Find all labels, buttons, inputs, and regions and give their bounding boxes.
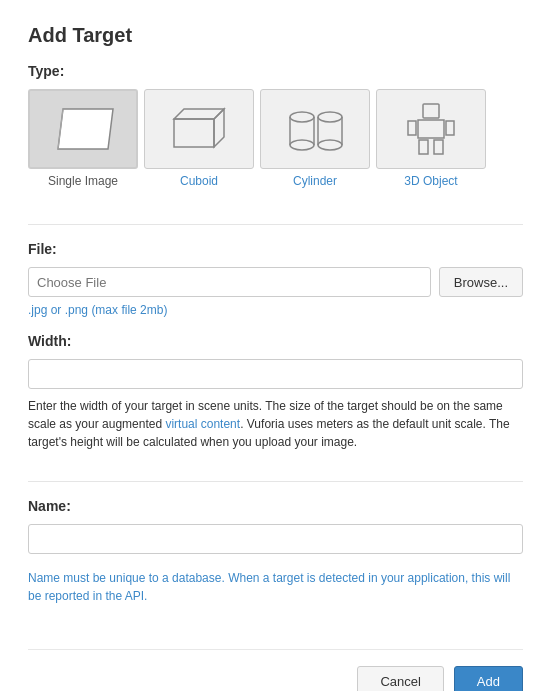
svg-rect-13 xyxy=(423,104,439,118)
svg-rect-16 xyxy=(446,121,454,135)
type-single-image[interactable]: Single Image xyxy=(28,89,138,188)
name-hint: Name must be unique to a database. When … xyxy=(28,569,523,605)
3d-object-label: 3D Object xyxy=(404,174,457,188)
3d-object-icon xyxy=(396,99,466,159)
svg-point-12 xyxy=(318,140,342,150)
svg-marker-0 xyxy=(58,109,113,149)
cuboid-icon-box xyxy=(144,89,254,169)
cylinder-icon xyxy=(280,99,350,159)
name-hint-part3: . xyxy=(144,589,147,603)
dialog-footer: Cancel Add xyxy=(28,649,523,691)
add-button[interactable]: Add xyxy=(454,666,523,691)
name-hint-highlight2: in the API xyxy=(93,589,144,603)
name-input[interactable] xyxy=(28,524,523,554)
cylinder-label: Cylinder xyxy=(293,174,337,188)
type-3d-object[interactable]: 3D Object xyxy=(376,89,486,188)
dialog-title: Add Target xyxy=(28,24,523,47)
divider-2 xyxy=(28,481,523,482)
width-description: Enter the width of your target in scene … xyxy=(28,397,523,451)
cancel-button[interactable]: Cancel xyxy=(357,666,443,691)
single-image-icon-box xyxy=(28,89,138,169)
svg-point-5 xyxy=(290,112,314,122)
svg-point-8 xyxy=(290,140,314,150)
width-input[interactable] xyxy=(28,359,523,389)
svg-rect-17 xyxy=(419,140,428,154)
svg-rect-14 xyxy=(418,120,444,138)
svg-rect-18 xyxy=(434,140,443,154)
name-hint-part1: Name must be unique to a database. When … xyxy=(28,571,368,585)
width-section: Width: Enter the width of your target in… xyxy=(28,333,523,451)
file-label: File: xyxy=(28,241,523,257)
3d-object-icon-box xyxy=(376,89,486,169)
svg-marker-4 xyxy=(214,109,224,147)
cuboid-label: Cuboid xyxy=(180,174,218,188)
single-image-icon xyxy=(48,99,118,159)
single-image-label: Single Image xyxy=(48,174,118,188)
divider-1 xyxy=(28,224,523,225)
browse-button[interactable]: Browse... xyxy=(439,267,523,297)
svg-point-9 xyxy=(318,112,342,122)
name-hint-highlight1: in your application xyxy=(368,571,465,585)
cuboid-icon xyxy=(164,99,234,159)
type-options: Single Image Cuboid xyxy=(28,89,523,188)
svg-rect-15 xyxy=(408,121,416,135)
name-section: Name: Name must be unique to a database.… xyxy=(28,498,523,605)
type-section: Type: Single Image xyxy=(28,63,523,188)
add-target-dialog: Add Target Type: Single Image xyxy=(0,0,551,691)
type-cuboid[interactable]: Cuboid xyxy=(144,89,254,188)
file-section: File: Browse... .jpg or .png (max file 2… xyxy=(28,241,523,317)
file-input[interactable] xyxy=(28,267,431,297)
cylinder-icon-box xyxy=(260,89,370,169)
name-label: Name: xyxy=(28,498,523,514)
type-label: Type: xyxy=(28,63,523,79)
width-desc-highlight1: virtual content xyxy=(165,417,240,431)
svg-rect-2 xyxy=(174,119,214,147)
type-cylinder[interactable]: Cylinder xyxy=(260,89,370,188)
width-label: Width: xyxy=(28,333,523,349)
file-row: Browse... xyxy=(28,267,523,297)
file-hint: .jpg or .png (max file 2mb) xyxy=(28,303,523,317)
